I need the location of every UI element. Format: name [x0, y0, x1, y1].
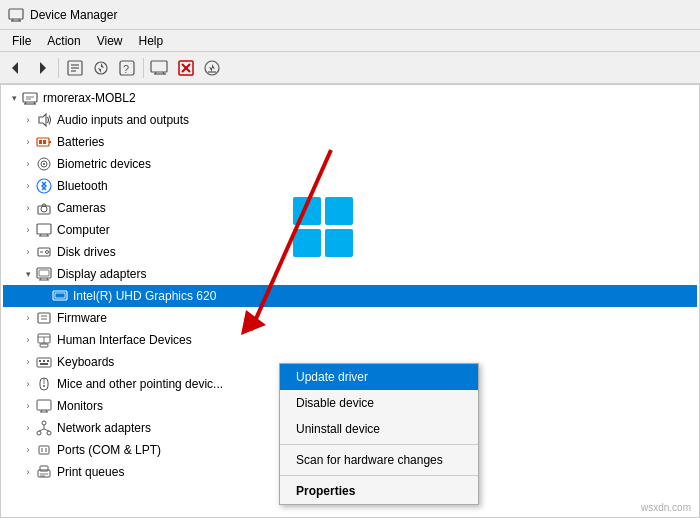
svg-rect-40: [38, 206, 50, 214]
svg-rect-66: [40, 363, 48, 365]
expander-cameras[interactable]: ›: [21, 201, 35, 215]
svg-rect-55: [38, 313, 50, 323]
expander-inteluhd: [37, 289, 51, 303]
menu-file[interactable]: File: [4, 32, 39, 50]
svg-rect-0: [9, 9, 23, 19]
svg-rect-52: [39, 270, 49, 276]
svg-line-78: [39, 429, 44, 431]
svg-rect-63: [39, 360, 41, 362]
tree-item-bluetooth[interactable]: › Bluetooth: [3, 175, 697, 197]
tree-item-keyboards-label: Keyboards: [57, 355, 114, 369]
menu-action[interactable]: Action: [39, 32, 88, 50]
tree-item-hid-label: Human Interface Devices: [57, 333, 192, 347]
download-button[interactable]: [200, 56, 224, 80]
tree-item-ports-label: Ports (COM & LPT): [57, 443, 161, 457]
icon-inteluhd: [51, 287, 69, 305]
tree-item-audio[interactable]: › Audio inputs and outputs: [3, 109, 697, 131]
icon-displayadapters: [35, 265, 53, 283]
svg-marker-30: [39, 114, 46, 126]
svg-rect-32: [49, 141, 51, 143]
tree-item-root-label: rmorerax-MOBL2: [43, 91, 136, 105]
windows-logo: [291, 195, 355, 259]
tree-item-displayadapters[interactable]: ▾ Display adapters: [3, 263, 697, 285]
tree-item-printqueues-label: Print queues: [57, 465, 124, 479]
expander-computer[interactable]: ›: [21, 223, 35, 237]
toolbar-separator-2: [143, 58, 144, 78]
svg-rect-80: [39, 446, 49, 454]
icon-printqueues: [35, 463, 53, 481]
context-menu: Update driver Disable device Uninstall d…: [279, 363, 479, 505]
svg-rect-34: [43, 140, 46, 144]
expander-displayadapters[interactable]: ▾: [21, 267, 35, 281]
tree-item-firmware[interactable]: › Firmware: [3, 307, 697, 329]
menu-view[interactable]: View: [89, 32, 131, 50]
properties-button[interactable]: [63, 56, 87, 80]
context-menu-properties[interactable]: Properties: [280, 478, 478, 504]
tree-item-hid[interactable]: › Human Interface Devices: [3, 329, 697, 351]
title-bar-text: Device Manager: [30, 8, 117, 22]
expander-audio[interactable]: ›: [21, 113, 35, 127]
forward-button[interactable]: [30, 56, 54, 80]
expander-printqueues[interactable]: ›: [21, 465, 35, 479]
context-menu-disable-device[interactable]: Disable device: [280, 390, 478, 416]
expander-biometric[interactable]: ›: [21, 157, 35, 171]
context-menu-separator-1: [280, 444, 478, 445]
tree-item-biometric[interactable]: › Biometric devices: [3, 153, 697, 175]
svg-rect-87: [293, 197, 321, 225]
context-menu-update-driver[interactable]: Update driver: [280, 364, 478, 390]
svg-point-69: [43, 385, 45, 387]
expander-monitors[interactable]: ›: [21, 399, 35, 413]
expander-mice[interactable]: ›: [21, 377, 35, 391]
icon-computer: [35, 221, 53, 239]
tree-item-displayadapters-label: Display adapters: [57, 267, 146, 281]
tree-item-monitors-label: Monitors: [57, 399, 103, 413]
scan-button[interactable]: [148, 56, 172, 80]
tree-item-inteluhd[interactable]: Intel(R) UHD Graphics 620: [3, 285, 697, 307]
tree-item-batteries[interactable]: › Batteries: [3, 131, 697, 153]
help-button[interactable]: ?: [115, 56, 139, 80]
main-area: ▾ rmorerax-MOBL2 ›: [0, 84, 700, 518]
context-menu-scan-changes[interactable]: Scan for hardware changes: [280, 447, 478, 473]
back-button[interactable]: [4, 56, 28, 80]
expander-root[interactable]: ▾: [7, 91, 21, 105]
expander-bluetooth[interactable]: ›: [21, 179, 35, 193]
svg-marker-5: [40, 62, 46, 74]
expander-batteries[interactable]: ›: [21, 135, 35, 149]
svg-rect-82: [45, 448, 47, 452]
expander-hid[interactable]: ›: [21, 333, 35, 347]
icon-cameras: [35, 199, 53, 217]
tree-item-root[interactable]: ▾ rmorerax-MOBL2: [3, 87, 697, 109]
menu-help[interactable]: Help: [131, 32, 172, 50]
svg-point-74: [42, 421, 46, 425]
icon-root: [21, 89, 39, 107]
tree-item-biometric-label: Biometric devices: [57, 157, 151, 171]
expander-diskdrives[interactable]: ›: [21, 245, 35, 259]
svg-marker-22: [209, 64, 215, 72]
svg-rect-64: [43, 360, 45, 362]
tree-item-inteluhd-label: Intel(R) UHD Graphics 620: [73, 289, 216, 303]
icon-hid: [35, 331, 53, 349]
icon-batteries: [35, 133, 53, 151]
expander-ports[interactable]: ›: [21, 443, 35, 457]
icon-keyboards: [35, 353, 53, 371]
tree-item-network-label: Network adapters: [57, 421, 151, 435]
tree-item-mice-label: Mice and other pointing devic...: [57, 377, 223, 391]
svg-rect-81: [41, 448, 43, 452]
svg-rect-24: [23, 93, 37, 102]
context-menu-uninstall-device[interactable]: Uninstall device: [280, 416, 478, 442]
tree-item-bluetooth-label: Bluetooth: [57, 179, 108, 193]
expander-network[interactable]: ›: [21, 421, 35, 435]
svg-rect-88: [325, 197, 353, 225]
tree-item-firmware-label: Firmware: [57, 311, 107, 325]
icon-firmware: [35, 309, 53, 327]
expander-keyboards[interactable]: ›: [21, 355, 35, 369]
update-driver-button[interactable]: [89, 56, 113, 80]
tree-item-cameras-label: Cameras: [57, 201, 106, 215]
expander-firmware[interactable]: ›: [21, 311, 35, 325]
icon-monitors: [35, 397, 53, 415]
svg-rect-61: [40, 344, 48, 347]
svg-rect-90: [325, 229, 353, 257]
svg-rect-70: [37, 400, 51, 410]
context-menu-separator-2: [280, 475, 478, 476]
remove-button[interactable]: [174, 56, 198, 80]
